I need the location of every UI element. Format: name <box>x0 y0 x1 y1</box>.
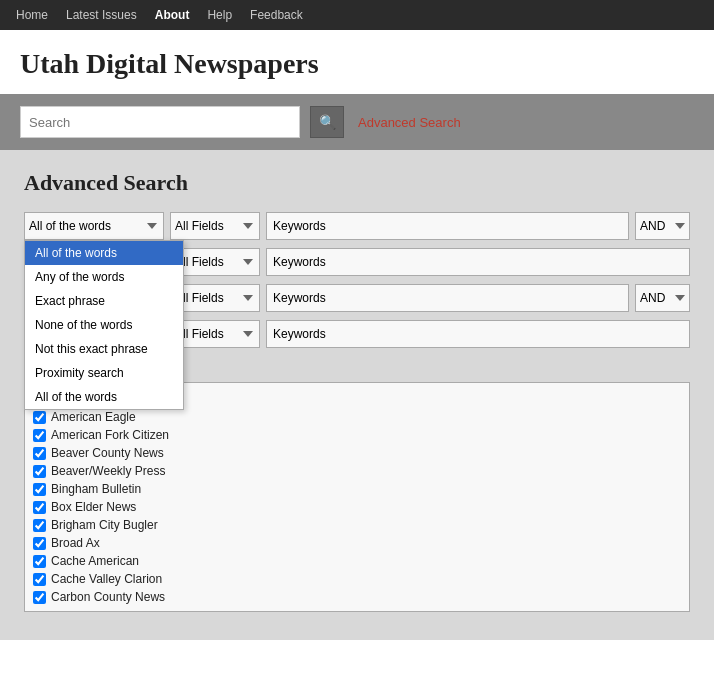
collections-list: All Collections American Eagle American … <box>24 382 690 612</box>
search-icon: 🔍 <box>319 114 336 130</box>
collection-beaver-county: Beaver County News <box>33 444 681 462</box>
dropdown-item-all[interactable]: All of the words <box>25 241 183 265</box>
collection-broad-ax-label: Broad Ax <box>51 536 100 550</box>
collection-bingham-checkbox[interactable] <box>33 483 46 496</box>
nav-feedback[interactable]: Feedback <box>250 8 303 22</box>
collection-beaver-weekly: Beaver/Weekly Press <box>33 462 681 480</box>
collection-beaver-county-label: Beaver County News <box>51 446 164 460</box>
dropdown-item-not-exact[interactable]: Not this exact phrase <box>25 337 183 361</box>
dropdown-item-any[interactable]: Any of the words <box>25 265 183 289</box>
collection-carbon-county: Carbon County News <box>33 588 681 606</box>
dropdown-item-exact[interactable]: Exact phrase <box>25 289 183 313</box>
collection-american-fork: American Fork Citizen <box>33 426 681 444</box>
collection-beaver-weekly-checkbox[interactable] <box>33 465 46 478</box>
search-bar-area: 🔍 Advanced Search <box>0 94 714 150</box>
collection-beaver-weekly-label: Beaver/Weekly Press <box>51 464 166 478</box>
keyword-input-2[interactable] <box>266 248 690 276</box>
connector-select-3[interactable]: AND OR NOT <box>635 284 690 312</box>
nav-home[interactable]: Home <box>16 8 48 22</box>
collection-american-fork-checkbox[interactable] <box>33 429 46 442</box>
words-dropdown-container-1: All of the words Any of the words Exact … <box>24 212 164 240</box>
collection-box-elder-checkbox[interactable] <box>33 501 46 514</box>
collection-box-elder: Box Elder News <box>33 498 681 516</box>
collection-brigham-city-checkbox[interactable] <box>33 519 46 532</box>
search-input[interactable] <box>20 106 300 138</box>
collection-cache-valley-label: Cache Valley Clarion <box>51 572 162 586</box>
collection-brigham-city: Brigham City Bugler <box>33 516 681 534</box>
collection-box-elder-label: Box Elder News <box>51 500 136 514</box>
collection-american-eagle-checkbox[interactable] <box>33 411 46 424</box>
connector-select-1[interactable]: AND OR NOT <box>635 212 690 240</box>
advanced-search-title: Advanced Search <box>24 170 690 196</box>
collection-carbon-county-label: Carbon County News <box>51 590 165 604</box>
collection-american-eagle-label: American Eagle <box>51 410 136 424</box>
search-button[interactable]: 🔍 <box>310 106 344 138</box>
site-header: Utah Digital Newspapers <box>0 30 714 94</box>
collection-bingham-label: Bingham Bulletin <box>51 482 141 496</box>
collection-cache-american: Cache American <box>33 552 681 570</box>
fields-select-1[interactable]: All Fields <box>170 212 260 240</box>
words-select-1[interactable]: All of the words Any of the words Exact … <box>24 212 164 240</box>
navbar: Home Latest Issues About Help Feedback <box>0 0 714 30</box>
keyword-input-4[interactable] <box>266 320 690 348</box>
nav-help[interactable]: Help <box>207 8 232 22</box>
collection-bingham: Bingham Bulletin <box>33 480 681 498</box>
collection-beaver-county-checkbox[interactable] <box>33 447 46 460</box>
nav-latest-issues[interactable]: Latest Issues <box>66 8 137 22</box>
dropdown-item-proximity[interactable]: Proximity search <box>25 361 183 385</box>
collection-cache-american-label: Cache American <box>51 554 139 568</box>
dropdown-item-none[interactable]: None of the words <box>25 313 183 337</box>
keyword-input-1[interactable] <box>266 212 629 240</box>
search-row-1: All of the words Any of the words Exact … <box>24 212 690 240</box>
dropdown-item-all2[interactable]: All of the words <box>25 385 183 409</box>
words-dropdown-open: All of the words Any of the words Exact … <box>24 240 184 410</box>
main-content: Advanced Search All of the words Any of … <box>0 150 714 640</box>
collection-broad-ax-checkbox[interactable] <box>33 537 46 550</box>
collection-brigham-city-label: Brigham City Bugler <box>51 518 158 532</box>
nav-about[interactable]: About <box>155 8 190 22</box>
collection-cache-valley-checkbox[interactable] <box>33 573 46 586</box>
keyword-input-3[interactable] <box>266 284 629 312</box>
collection-american-eagle: American Eagle <box>33 408 681 426</box>
collection-cache-valley: Cache Valley Clarion <box>33 570 681 588</box>
collection-american-fork-label: American Fork Citizen <box>51 428 169 442</box>
advanced-search-link[interactable]: Advanced Search <box>358 115 461 130</box>
collection-broad-ax: Broad Ax <box>33 534 681 552</box>
site-title: Utah Digital Newspapers <box>20 48 694 80</box>
collection-cache-american-checkbox[interactable] <box>33 555 46 568</box>
collection-carbon-county-checkbox[interactable] <box>33 591 46 604</box>
